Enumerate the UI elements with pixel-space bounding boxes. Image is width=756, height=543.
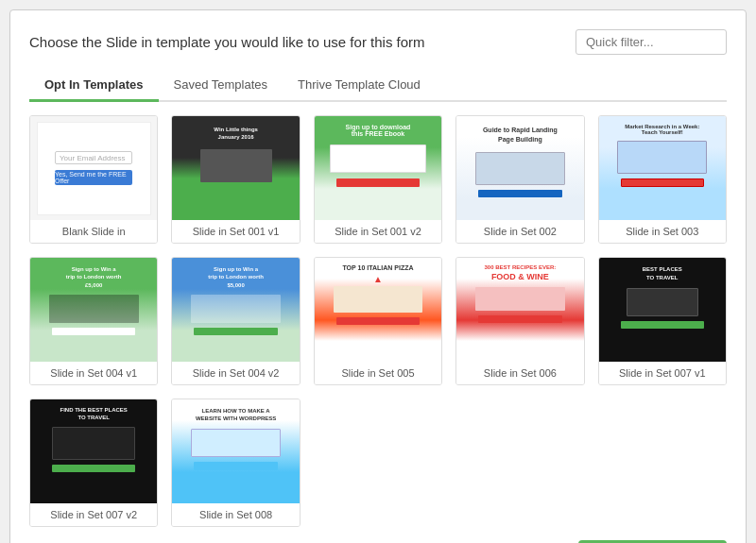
template-card-007v1[interactable]: BEST PLACESTO TRAVEL Slide in Set 007 v1 bbox=[598, 257, 727, 385]
template-label-004v2: Slide in Set 004 v2 bbox=[172, 362, 299, 384]
template-thumb-007v1: BEST PLACESTO TRAVEL bbox=[599, 258, 726, 362]
template-thumb-008: LEARN HOW TO MAKE AWEBSITE WITH WORDPRES… bbox=[172, 399, 299, 503]
template-label-006: Slide in Set 006 bbox=[456, 362, 583, 384]
template-card-004v2[interactable]: Sign up to Win atrip to London worth$5,0… bbox=[171, 257, 300, 385]
template-label-001v1: Slide in Set 001 v1 bbox=[172, 220, 299, 243]
template-label-005: Slide in Set 005 bbox=[315, 362, 441, 384]
template-label-004v1: Slide in Set 004 v1 bbox=[30, 362, 157, 384]
template-thumb-007v2: FIND THE BEST PLACESTO TRAVEL bbox=[30, 399, 157, 503]
template-card-002[interactable]: Guide to Rapid LandingPage Building Slid… bbox=[455, 115, 584, 244]
template-label-003: Slide in Set 003 bbox=[599, 220, 726, 243]
template-thumb-blank: Your Email Address Yes, Send me the FREE… bbox=[30, 116, 157, 220]
template-card-004v1[interactable]: Sign up to Win atrip to London worth£5,0… bbox=[29, 257, 158, 385]
template-label-007v2: Slide in Set 007 v2 bbox=[30, 503, 157, 526]
template-card-007v2[interactable]: FIND THE BEST PLACESTO TRAVEL Slide in S… bbox=[29, 399, 158, 527]
template-card-006[interactable]: 300 BEST RECIPES EVER:FOOD & WINE Slide … bbox=[455, 257, 584, 385]
template-thumb-003: Market Research in a Week:Teach Yourself… bbox=[599, 116, 726, 220]
template-card-001v2[interactable]: Sign up to downloadthis FREE Ebook Slide… bbox=[314, 115, 442, 244]
template-thumb-004v2: Sign up to Win atrip to London worth$5,0… bbox=[172, 258, 299, 362]
template-thumb-004v1: Sign up to Win atrip to London worth£5,0… bbox=[30, 258, 157, 362]
template-label-blank: Blank Slide in bbox=[30, 220, 157, 243]
template-thumb-001v1: Win Little thingsJanuary 2016 bbox=[172, 116, 299, 220]
template-card-003[interactable]: Market Research in a Week:Teach Yourself… bbox=[598, 115, 727, 244]
template-thumb-002: Guide to Rapid LandingPage Building bbox=[456, 116, 583, 220]
tab-opt-in[interactable]: Opt In Templates bbox=[29, 70, 159, 102]
template-label-008: Slide in Set 008 bbox=[172, 503, 299, 526]
template-label-002: Slide in Set 002 bbox=[456, 220, 583, 243]
template-card-008[interactable]: LEARN HOW TO MAKE AWEBSITE WITH WORDPRES… bbox=[171, 399, 300, 527]
template-card-001v1[interactable]: Win Little thingsJanuary 2016 Slide in S… bbox=[171, 115, 300, 244]
template-chooser-modal: Choose the Slide in template you would l… bbox=[9, 9, 747, 543]
tab-saved[interactable]: Saved Templates bbox=[159, 70, 284, 102]
tab-cloud[interactable]: Thrive Template Cloud bbox=[283, 70, 436, 102]
modal-title: Choose the Slide in template you would l… bbox=[29, 34, 425, 50]
template-thumb-006: 300 BEST RECIPES EVER:FOOD & WINE bbox=[456, 258, 583, 362]
modal-header: Choose the Slide in template you would l… bbox=[29, 29, 727, 55]
template-label-007v1: Slide in Set 007 v1 bbox=[599, 362, 726, 384]
tabs-bar: Opt In Templates Saved Templates Thrive … bbox=[29, 70, 727, 102]
quick-filter-input[interactable] bbox=[576, 29, 727, 55]
template-thumb-005: TOP 10 ITALIAN PIZZA ▲ bbox=[315, 258, 441, 362]
template-card-005[interactable]: TOP 10 ITALIAN PIZZA ▲ Slide in Set 005 bbox=[314, 257, 442, 385]
template-card-blank[interactable]: Your Email Address Yes, Send me the FREE… bbox=[29, 115, 158, 244]
template-thumb-001v2: Sign up to downloadthis FREE Ebook bbox=[315, 116, 441, 220]
template-label-001v2: Slide in Set 001 v2 bbox=[315, 220, 441, 243]
templates-grid: Your Email Address Yes, Send me the FREE… bbox=[29, 115, 727, 527]
